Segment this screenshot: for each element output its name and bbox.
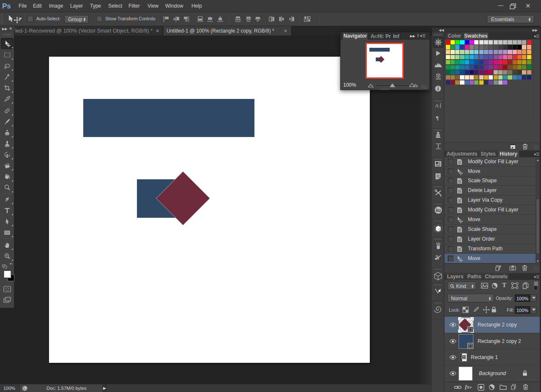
svg-text:A: A — [435, 102, 439, 109]
svg-text:¶: ¶ — [436, 115, 439, 121]
svg-text:ku: ku — [436, 208, 441, 213]
